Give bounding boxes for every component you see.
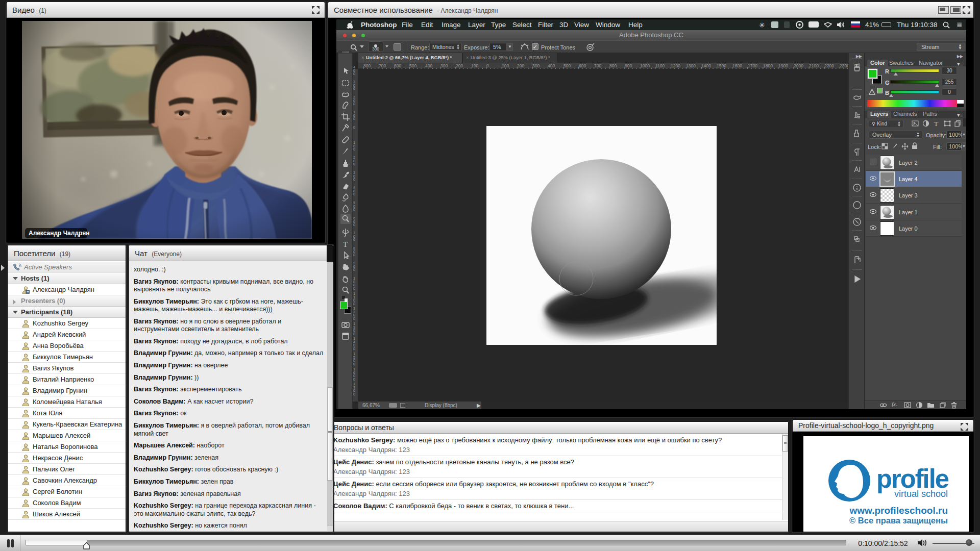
svg-text:virtual school: virtual school: [894, 489, 948, 499]
svg-text:Александр Чалдрян: Александр Чалдрян: [29, 230, 89, 237]
svg-text:T: T: [934, 120, 938, 127]
svg-text:www.profileschool.ru: www.profileschool.ru: [849, 505, 948, 516]
svg-text:© Все права защищены: © Все права защищены: [849, 516, 948, 525]
svg-text:T: T: [343, 240, 348, 248]
